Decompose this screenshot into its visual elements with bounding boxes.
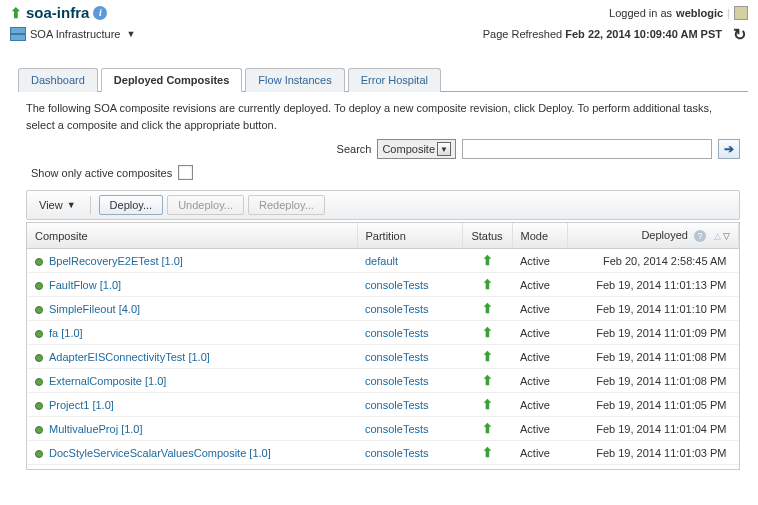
table-row[interactable]: MultivalueProj [1.0]consoleTests⬆ActiveF…	[27, 417, 739, 441]
tab-error-hospital[interactable]: Error Hospital	[348, 68, 441, 92]
composite-link[interactable]: MultivalueProj [1.0]	[49, 423, 143, 435]
composite-link[interactable]: fa [1.0]	[49, 327, 83, 339]
infra-dropdown[interactable]: SOA Infrastructure ▼	[10, 27, 135, 41]
deployed-cell: Feb 20, 2014 2:58:45 AM	[567, 249, 739, 273]
partition-link[interactable]: consoleTests	[365, 351, 429, 363]
composite-link[interactable]: ExternalComposite [1.0]	[49, 375, 166, 387]
col-composite[interactable]: Composite	[27, 223, 357, 249]
partition-link[interactable]: consoleTests	[365, 327, 429, 339]
composite-link[interactable]: FaultFlow [1.0]	[49, 279, 121, 291]
chevron-down-icon: ▼	[126, 29, 135, 39]
col-partition[interactable]: Partition	[357, 223, 462, 249]
partition-link[interactable]: consoleTests	[365, 399, 429, 411]
composite-link[interactable]: BpelRecoveryE2ETest [1.0]	[49, 255, 183, 267]
status-up-icon: ⬆	[10, 5, 22, 21]
page-title: soa-infra	[26, 4, 89, 21]
deployed-cell: Feb 19, 2014 11:01:05 PM	[567, 393, 739, 417]
status-dot-icon	[35, 330, 43, 338]
mode-cell: Active	[512, 369, 567, 393]
partition-link[interactable]: consoleTests	[365, 303, 429, 315]
status-dot-icon	[35, 378, 43, 386]
infra-icon	[10, 27, 26, 41]
table-row[interactable]: ExternalComposite [1.0]consoleTests⬆Acti…	[27, 369, 739, 393]
table-row[interactable]: FaultFlow [1.0]consoleTests⬆ActiveFeb 19…	[27, 273, 739, 297]
book-icon[interactable]	[734, 6, 748, 20]
deploy-button[interactable]: Deploy...	[99, 195, 164, 215]
help-icon[interactable]: ?	[694, 230, 706, 242]
active-only-checkbox[interactable]	[178, 165, 193, 180]
logged-in-user: weblogic	[676, 7, 723, 19]
mode-cell: Active	[512, 297, 567, 321]
login-info: Logged in as weblogic |	[609, 6, 748, 20]
status-dot-icon	[35, 402, 43, 410]
table-row[interactable]: AdapterEISConnectivityTest [1.0]consoleT…	[27, 345, 739, 369]
composites-table: Composite Partition Status Mode Deployed…	[27, 223, 739, 470]
sort-desc-icon[interactable]: ▽	[723, 231, 730, 241]
deployed-cell: Feb 19, 2014 11:01:03 PM	[567, 441, 739, 465]
status-dot-icon	[35, 282, 43, 290]
description-text: The following SOA composite revisions ar…	[26, 100, 740, 133]
status-up-icon: ⬆	[470, 253, 504, 268]
status-up-icon: ⬆	[470, 373, 504, 388]
search-go-button[interactable]: ➔	[718, 139, 740, 159]
col-mode[interactable]: Mode	[512, 223, 567, 249]
tabs: Dashboard Deployed Composites Flow Insta…	[18, 67, 748, 92]
col-status[interactable]: Status	[462, 223, 512, 249]
tab-deployed-composites[interactable]: Deployed Composites	[101, 68, 243, 92]
search-label: Search	[337, 143, 372, 155]
partition-link[interactable]: default	[365, 255, 398, 267]
logged-in-label: Logged in as	[609, 7, 672, 19]
partition-link[interactable]: consoleTests	[365, 375, 429, 387]
table-row[interactable]: DocStyleServiceScalarValuesComposite [1.…	[27, 441, 739, 465]
mode-cell: Active	[512, 393, 567, 417]
mode-cell: Active	[512, 273, 567, 297]
deployed-cell: Feb 19, 2014 11:01:04 PM	[567, 417, 739, 441]
table-row[interactable]: BpelRecoveryE2ETest [1.0]default⬆ActiveF…	[27, 249, 739, 273]
deployed-cell: Feb 19, 2014 11:01:10 PM	[567, 297, 739, 321]
mode-cell: Active	[512, 321, 567, 345]
undeploy-button[interactable]: Undeploy...	[167, 195, 244, 215]
col-deployed[interactable]: Deployed ? △▽	[567, 223, 739, 249]
partition-link[interactable]: consoleTests	[365, 279, 429, 291]
mode-cell: Active	[512, 249, 567, 273]
composite-link[interactable]: DocStyleServiceScalarValuesComposite [1.…	[49, 447, 271, 459]
composite-link[interactable]: Project1 [1.0]	[49, 399, 114, 411]
search-type-select[interactable]: Composite ▼	[377, 139, 456, 159]
tab-flow-instances[interactable]: Flow Instances	[245, 68, 344, 92]
separator	[90, 196, 91, 214]
partition-link[interactable]: consoleTests	[365, 447, 429, 459]
table-row[interactable]: SecureHelloWorldComposite [1.0]consoleTe…	[27, 465, 739, 471]
status-up-icon: ⬆	[470, 301, 504, 316]
status-up-icon: ⬆	[470, 421, 504, 436]
deployed-cell: Feb 19, 2014 11:01:09 PM	[567, 321, 739, 345]
status-dot-icon	[35, 258, 43, 266]
table-row[interactable]: Project1 [1.0]consoleTests⬆ActiveFeb 19,…	[27, 393, 739, 417]
sort-asc-icon[interactable]: △	[714, 231, 721, 241]
view-menu[interactable]: View ▼	[33, 196, 82, 214]
composite-link[interactable]: AdapterEISConnectivityTest [1.0]	[49, 351, 210, 363]
table-row[interactable]: fa [1.0]consoleTests⬆ActiveFeb 19, 2014 …	[27, 321, 739, 345]
status-up-icon: ⬆	[470, 469, 504, 470]
mode-cell: Active	[512, 345, 567, 369]
chevron-down-icon: ▼	[67, 200, 76, 210]
table-row[interactable]: SimpleFileout [4.0]consoleTests⬆ActiveFe…	[27, 297, 739, 321]
status-up-icon: ⬆	[470, 277, 504, 292]
toolbar: View ▼ Deploy... Undeploy... Redeploy...	[26, 190, 740, 220]
info-icon[interactable]: i	[93, 6, 107, 20]
status-up-icon: ⬆	[470, 397, 504, 412]
mode-cell: Active	[512, 417, 567, 441]
partition-link[interactable]: consoleTests	[365, 423, 429, 435]
status-dot-icon	[35, 306, 43, 314]
deployed-cell: Feb 19, 2014 11:01:13 PM	[567, 273, 739, 297]
redeploy-button[interactable]: Redeploy...	[248, 195, 325, 215]
search-input[interactable]	[462, 139, 712, 159]
status-up-icon: ⬆	[470, 349, 504, 364]
deployed-cell: Feb 19, 2014 11:01:08 PM	[567, 345, 739, 369]
refresh-text: Page Refreshed Feb 22, 2014 10:09:40 AM …	[483, 28, 722, 40]
mode-cell: Active	[512, 465, 567, 471]
refresh-icon[interactable]: ↻	[730, 25, 748, 43]
status-dot-icon	[35, 426, 43, 434]
mode-cell: Active	[512, 441, 567, 465]
composite-link[interactable]: SimpleFileout [4.0]	[49, 303, 140, 315]
tab-dashboard[interactable]: Dashboard	[18, 68, 98, 92]
